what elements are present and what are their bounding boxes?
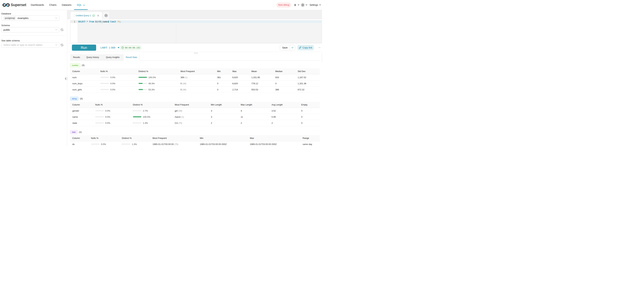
- sun-icon: [301, 3, 304, 7]
- brand-name: Superset: [11, 3, 26, 7]
- superset-logo[interactable]: Superset: [2, 3, 26, 7]
- type-tag-row: number (3): [70, 64, 320, 67]
- column-header: Distinct %: [136, 68, 178, 74]
- table-select[interactable]: Select table or type to search tables: [1, 42, 59, 48]
- table-cell: 0: [299, 108, 320, 114]
- progress-value: 49.3%: [148, 82, 155, 85]
- column-header: Distinct %: [131, 102, 172, 108]
- nav-item-sql[interactable]: SQL: [74, 0, 88, 10]
- mf-value-text: 1965-01-01T00:00:00: [152, 143, 174, 146]
- dot: [319, 48, 320, 48]
- progress-cell: 0.0%: [100, 88, 135, 91]
- progress-value: 1.3%: [143, 122, 148, 124]
- refresh-schemas-button[interactable]: [60, 28, 64, 31]
- table-cell: 0: [215, 86, 230, 92]
- code-line-1: 1 SELECT * from birth_names limit 75;: [70, 20, 322, 23]
- table-cell: name: [70, 114, 93, 120]
- plus-icon: [294, 4, 296, 6]
- run-query-button[interactable]: Run: [72, 44, 96, 51]
- new-item-menu[interactable]: [294, 4, 299, 6]
- save-button[interactable]: Save: [280, 45, 290, 50]
- table-cell: 0 (36): [178, 86, 215, 92]
- table-row: num_girls 0.0% 53.3% 0 (36) 02,714553.53…: [70, 86, 320, 92]
- table-cell: 6,820: [230, 80, 249, 86]
- collapse-sidebar-button[interactable]: [64, 77, 67, 80]
- progress-cell: 1.3%: [122, 143, 149, 146]
- database-select[interactable]: postgresql examples: [1, 16, 59, 21]
- refresh-tables-button[interactable]: [60, 43, 64, 47]
- progress-cell: 100.0%: [138, 76, 177, 79]
- date-columns-section: date (1) ColumnNulls %Distinct %Most Fre…: [70, 130, 320, 147]
- mf-value-text: 369: [180, 76, 184, 79]
- main-nav: Dashboards Charts Datasets SQL: [28, 0, 88, 10]
- pane-resize-handle[interactable]: [68, 52, 322, 54]
- select-row: Select table or type to search tables: [1, 42, 66, 48]
- table-cell: 0.0%: [93, 114, 131, 120]
- table-header-row: ColumnNulls %Distinct %Most FrequentMinM…: [70, 68, 320, 74]
- theme-menu[interactable]: [301, 3, 307, 7]
- progress-cell: 0.0%: [91, 143, 118, 146]
- table-header-row: ColumnNulls %Distinct %Most FrequentMin …: [70, 102, 320, 108]
- tab-results[interactable]: Results: [70, 54, 83, 60]
- progress-bar: [138, 77, 147, 78]
- refresh-icon: [60, 44, 64, 46]
- copy-link-button[interactable]: Copy link: [298, 45, 314, 50]
- settings-menu[interactable]: Settings: [310, 4, 321, 6]
- mf-value-text: Aaron: [175, 116, 181, 118]
- frequency-count: (39): [178, 110, 182, 112]
- table-cell: 1.3%: [131, 120, 172, 126]
- nav-item-charts[interactable]: Charts: [47, 0, 59, 10]
- table-row: state 0.0% 1.3% CA (75) 2220: [70, 120, 320, 126]
- table-cell: 1965-01-01T03:00:00.000Z: [248, 141, 300, 146]
- nav-item-datasets[interactable]: Datasets: [59, 0, 74, 10]
- progress-bar: [100, 77, 109, 78]
- table-row: num_boys 0.0% 49.3% 0 (39) 06,820778.120…: [70, 80, 320, 86]
- nav-item-dashboards[interactable]: Dashboards: [28, 0, 47, 10]
- schema-select[interactable]: public: [1, 27, 59, 32]
- caret-down-icon: [118, 47, 119, 48]
- drag-handle-icon[interactable]: [74, 14, 74, 17]
- database-label: Database: [1, 12, 66, 15]
- tab-result-stats[interactable]: Result Stats: [124, 54, 140, 60]
- chevron-down-icon: [55, 44, 57, 46]
- string-stats-table: ColumnNulls %Distinct %Most FrequentMin …: [70, 102, 320, 126]
- settings-label-text: Settings: [310, 4, 318, 6]
- table-cell: 386: [273, 86, 296, 92]
- more-actions-button[interactable]: [319, 48, 320, 48]
- table-cell: num: [70, 74, 98, 80]
- label-text: Dashboards: [31, 4, 44, 6]
- sql-code-editor[interactable]: 1 SELECT * from birth_names limit 75;: [70, 20, 322, 43]
- dot: [74, 16, 74, 17]
- frequency-count: (75): [178, 122, 182, 124]
- table-row: ds 0.0% 1.3% 1965-01-01T00:00:00 (75) 19…: [70, 141, 320, 146]
- limit-dropdown[interactable]: LIMIT: 1 000: [100, 46, 119, 49]
- table-cell: 1,167.52: [296, 74, 320, 80]
- frequency-count: (36): [182, 88, 186, 91]
- table-cell: same day: [300, 141, 320, 146]
- table-cell: 0: [299, 114, 320, 120]
- toolbar-right-border: [322, 53, 322, 62]
- chevron-down-icon: [55, 18, 57, 19]
- table-cell: 1965-01-01T03:00:00.000Z: [198, 141, 248, 146]
- schema-value: public: [4, 28, 10, 31]
- progress-cell: 0.0%: [100, 76, 135, 79]
- tab-query-history[interactable]: Query history: [83, 54, 102, 60]
- close-tab-icon[interactable]: [97, 15, 99, 16]
- sql-lab-main-panel: Untitled Query 1 1 SELECT * from birth_n…: [67, 10, 322, 146]
- mf-value-text: girl: [175, 110, 178, 112]
- chevron-down-icon: [306, 4, 307, 6]
- table-cell: 100.0%: [131, 114, 172, 120]
- column-header: Distinct %: [120, 135, 150, 141]
- query-tab[interactable]: Untitled Query 1: [70, 12, 102, 20]
- save-options-button[interactable]: [290, 45, 295, 50]
- progress-value: 2.7%: [143, 110, 148, 112]
- frequency-count: (1): [185, 76, 188, 79]
- new-tab-button[interactable]: [103, 12, 109, 20]
- tab-query-insights[interactable]: Query Insights: [102, 54, 123, 60]
- progress-cell: 0.0%: [95, 116, 130, 118]
- code-token: *: [86, 20, 89, 23]
- active-nav-underline: [74, 9, 88, 10]
- save-split-button: Save: [280, 45, 295, 50]
- column-header: Nulls %: [89, 135, 120, 141]
- table-cell: 0 (39): [178, 80, 215, 86]
